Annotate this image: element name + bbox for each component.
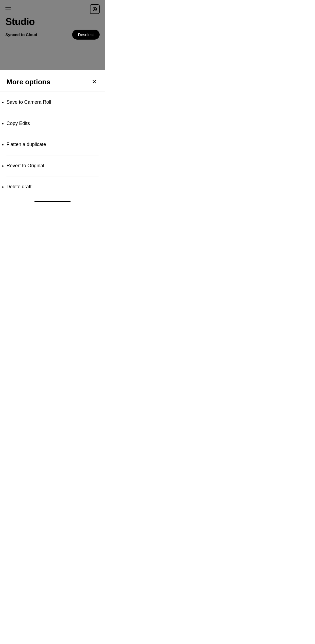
menu-item-flatten-duplicate[interactable]: Flatten a duplicate xyxy=(6,134,99,155)
camera-icon[interactable] xyxy=(90,4,100,14)
menu-item-label: Copy Edits xyxy=(6,121,30,126)
gallery-background: Studio Synced to Cloud Deselect 1 xyxy=(0,0,105,70)
sheet-title: More options xyxy=(6,78,50,86)
synced-bar: Synced to Cloud Deselect xyxy=(5,30,100,40)
menu-item-delete-draft[interactable]: Delete draft xyxy=(6,176,99,197)
camera-lens-icon xyxy=(93,7,97,11)
menu-item-label: Flatten a duplicate xyxy=(6,142,46,147)
menu-item-label: Delete draft xyxy=(6,184,32,189)
deselect-button[interactable]: Deselect xyxy=(72,30,100,40)
menu-item-label: Save to Camera Roll xyxy=(6,99,51,105)
menu-item-label: Revert to Original xyxy=(6,163,44,168)
menu-list: Save to Camera Roll Copy Edits Flatten a… xyxy=(0,92,105,197)
top-nav xyxy=(0,0,105,18)
menu-item-copy-edits[interactable]: Copy Edits xyxy=(6,113,99,134)
sheet-header: More options ✕ xyxy=(0,70,105,92)
hamburger-menu-icon[interactable] xyxy=(5,7,11,11)
home-indicator xyxy=(0,197,105,204)
menu-item-revert-original[interactable]: Revert to Original xyxy=(6,155,99,177)
menu-item-save-camera-roll[interactable]: Save to Camera Roll xyxy=(6,92,99,113)
bottom-sheet: More options ✕ Save to Camera Roll Copy … xyxy=(0,70,105,204)
close-button[interactable]: ✕ xyxy=(90,78,99,86)
synced-status: Synced to Cloud xyxy=(5,32,37,37)
home-bar xyxy=(34,201,71,202)
